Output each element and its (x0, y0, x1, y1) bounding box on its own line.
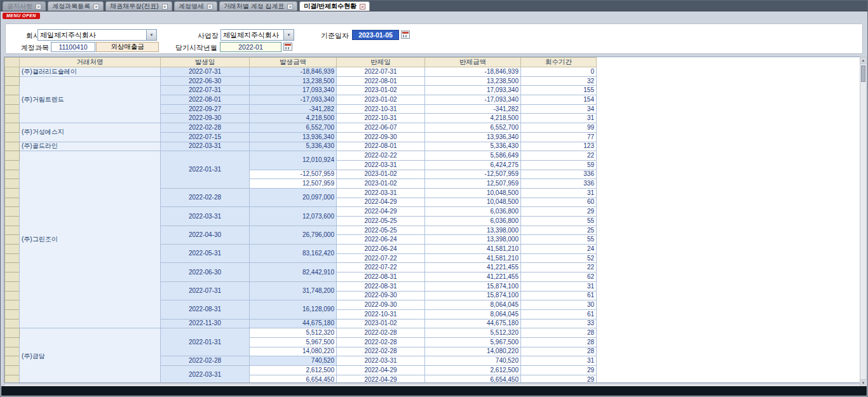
occurrence-date-cell[interactable]: 2022-02-28 (161, 188, 250, 206)
collection-days-cell[interactable]: 22 (521, 263, 597, 273)
occurrence-amount-cell[interactable]: 17,093,340 (250, 86, 337, 95)
settlement-amount-cell[interactable]: 6,654,450 (425, 375, 521, 383)
collection-days-cell[interactable]: 77 (521, 132, 597, 142)
tab-account-detail[interactable]: 계정명세 × (174, 1, 217, 11)
occurrence-date-cell[interactable]: 2022-07-31 (161, 281, 250, 300)
row-selector[interactable] (5, 179, 20, 189)
occurrence-amount-cell[interactable]: 5,336,430 (250, 142, 337, 151)
settlement-amount-cell[interactable]: 2,612,500 (425, 366, 521, 375)
settlement-date-cell[interactable]: 2022-07-22 (337, 253, 425, 263)
collection-days-cell[interactable]: 32 (521, 76, 597, 86)
row-selector[interactable] (5, 86, 20, 95)
occurrence-date-cell[interactable]: 2022-11-30 (161, 319, 250, 328)
settlement-amount-cell[interactable]: 6,424,275 (425, 160, 521, 170)
tab-close-icon[interactable]: × (360, 4, 365, 10)
tab-close-icon[interactable]: × (93, 4, 99, 10)
collection-days-cell[interactable]: 31 (521, 356, 597, 366)
occurrence-amount-cell[interactable]: 31,748,200 (250, 281, 337, 300)
collection-days-cell[interactable]: 25 (521, 225, 597, 235)
chevron-down-icon[interactable]: ▼ (146, 30, 156, 40)
collection-days-cell[interactable]: 29 (521, 207, 597, 217)
collection-days-cell[interactable]: 154 (521, 95, 597, 105)
scroll-up-icon[interactable]: ▲ (860, 57, 866, 64)
settlement-amount-cell[interactable]: -341,282 (425, 104, 521, 114)
collection-days-cell[interactable]: 60 (521, 198, 597, 207)
collection-days-cell[interactable]: 123 (521, 142, 597, 151)
collection-days-cell[interactable]: 31 (521, 281, 597, 291)
settlement-amount-cell[interactable]: 14,080,220 (425, 347, 521, 356)
occurrence-amount-cell[interactable]: 20,097,000 (250, 188, 337, 206)
settlement-amount-cell[interactable]: 13,398,000 (425, 235, 521, 245)
occurrence-date-cell[interactable]: 2022-07-15 (161, 132, 250, 142)
collection-days-cell[interactable]: 0 (521, 67, 597, 77)
settlement-date-cell[interactable]: 2022-02-28 (337, 347, 425, 356)
row-selector[interactable] (5, 170, 20, 179)
grid-header-customer-name[interactable]: 거래처명 (20, 58, 161, 67)
settlement-date-cell[interactable]: 2022-03-31 (337, 160, 425, 170)
grid-header-settlement-amount[interactable]: 반제금액 (425, 58, 521, 67)
occurrence-date-cell[interactable]: 2022-08-01 (161, 95, 250, 105)
settlement-date-cell[interactable]: 2023-01-02 (337, 319, 425, 328)
row-selector[interactable] (5, 123, 20, 133)
settlement-date-cell[interactable]: 2023-01-02 (337, 86, 425, 95)
row-selector[interactable] (5, 337, 20, 347)
settlement-amount-cell[interactable]: 41,581,210 (425, 245, 521, 254)
settlement-amount-cell[interactable]: 6,036,800 (425, 207, 521, 217)
row-selector[interactable] (5, 309, 20, 319)
occurrence-date-cell[interactable]: 2022-03-31 (161, 366, 250, 384)
settlement-amount-cell[interactable]: 5,512,320 (425, 328, 521, 338)
occurrence-amount-cell[interactable]: 12,073,600 (250, 207, 337, 225)
occurrence-date-cell[interactable]: 2022-01-31 (161, 151, 250, 189)
customer-name-cell[interactable]: (주)거성에스지 (20, 123, 161, 142)
occurrence-amount-cell[interactable]: 83,162,420 (250, 245, 337, 263)
base-date-input[interactable]: 2023-01-05 (352, 30, 399, 40)
row-selector[interactable] (5, 319, 20, 328)
tab-close-icon[interactable]: × (207, 4, 213, 10)
settlement-amount-cell[interactable]: 6,552,700 (425, 123, 521, 133)
calendar-icon[interactable] (401, 30, 410, 39)
occurrence-date-cell[interactable]: 2022-04-30 (161, 225, 250, 244)
settlement-amount-cell[interactable]: 5,586,649 (425, 151, 521, 161)
customer-name-cell[interactable]: (주)갤러리드슬레이 (20, 67, 161, 77)
row-selector[interactable] (5, 151, 20, 161)
row-selector[interactable] (5, 375, 20, 383)
occurrence-date-cell[interactable]: 2022-09-27 (161, 104, 250, 114)
tab-outstanding-settlement-status[interactable]: 미결/반제회수현황 × (299, 1, 370, 11)
grid-header-settlement-date[interactable]: 반제일 (337, 58, 425, 67)
grid-header-collection-period[interactable]: 회수기간 (521, 58, 597, 67)
row-selector[interactable] (5, 142, 20, 151)
scroll-down-icon[interactable]: ▼ (860, 379, 866, 386)
occurrence-amount-cell[interactable]: -17,093,340 (250, 95, 337, 105)
settlement-amount-cell[interactable]: 10,048,500 (425, 198, 521, 207)
occurrence-amount-cell[interactable]: 6,654,450 (250, 375, 337, 383)
calendar-icon[interactable] (283, 43, 292, 51)
settlement-date-cell[interactable]: 2022-05-25 (337, 225, 425, 235)
customer-name-cell[interactable]: (주)골드라인 (20, 142, 161, 151)
occurrence-amount-cell[interactable]: 6,552,700 (250, 123, 337, 133)
row-selector[interactable] (5, 291, 20, 300)
occurrence-amount-cell[interactable]: 4,218,500 (250, 114, 337, 123)
collection-days-cell[interactable]: 61 (521, 309, 597, 319)
settlement-date-cell[interactable]: 2022-10-31 (337, 309, 425, 319)
settlement-amount-cell[interactable]: 41,221,455 (425, 273, 521, 282)
settlement-date-cell[interactable]: 2022-08-01 (337, 76, 425, 86)
row-selector[interactable] (5, 225, 20, 235)
row-selector[interactable] (5, 114, 20, 123)
row-selector[interactable] (5, 281, 20, 291)
settlement-amount-cell[interactable]: 8,064,045 (425, 309, 521, 319)
settlement-date-cell[interactable]: 2022-09-30 (337, 132, 425, 142)
occurrence-date-cell[interactable]: 2022-06-30 (161, 76, 250, 86)
settlement-date-cell[interactable]: 2022-02-28 (337, 337, 425, 347)
collection-days-cell[interactable]: 24 (521, 245, 597, 254)
occurrence-amount-cell[interactable]: 5,512,320 (250, 328, 337, 338)
occurrence-date-cell[interactable]: 2022-03-31 (161, 142, 250, 151)
tab-close-icon[interactable]: × (36, 4, 41, 10)
collection-days-cell[interactable]: 55 (521, 217, 597, 226)
row-selector[interactable] (5, 300, 20, 310)
collection-days-cell[interactable]: 336 (521, 170, 597, 179)
occurrence-date-cell[interactable]: 2022-07-31 (161, 86, 250, 95)
settlement-amount-cell[interactable]: -18,846,939 (425, 67, 521, 77)
settlement-amount-cell[interactable]: 12,507,959 (425, 179, 521, 189)
occurrence-amount-cell[interactable]: 82,442,910 (250, 263, 337, 281)
occurrence-date-cell[interactable]: 2022-09-30 (161, 114, 250, 123)
